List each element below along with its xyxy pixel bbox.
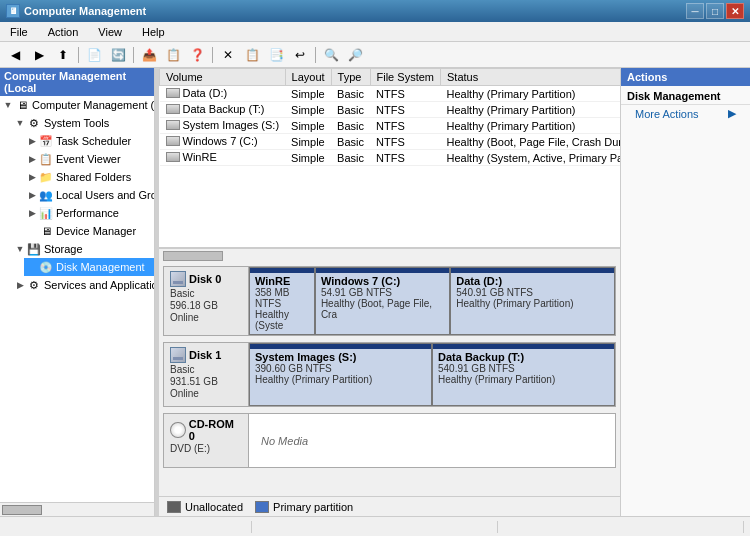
legend-bar: Unallocated Primary partition bbox=[159, 496, 620, 516]
disk-0-panel: Disk 0 Basic 596.18 GB Online WinRE 358 … bbox=[163, 266, 616, 336]
disk-mgmt-icon: 💿 bbox=[38, 259, 54, 275]
menu-bar: File Action View Help bbox=[0, 22, 750, 42]
legend-primary: Primary partition bbox=[255, 501, 353, 513]
back-button[interactable]: ◀ bbox=[4, 45, 26, 65]
disk-0-data-partition[interactable]: Data (D:) 540.91 GB NTFS Healthy (Primar… bbox=[450, 267, 615, 335]
table-row[interactable]: WinRE Simple Basic NTFS Healthy (System,… bbox=[160, 150, 621, 166]
disk-1-icon bbox=[170, 347, 186, 363]
disk-0-win7-partition[interactable]: Windows 7 (C:) 54.91 GB NTFS Healthy (Bo… bbox=[315, 267, 450, 335]
help-toolbar-button[interactable]: ❓ bbox=[186, 45, 208, 65]
sidebar-item-storage[interactable]: ▼ 💾 Storage bbox=[12, 240, 154, 258]
sidebar-item-system-tools[interactable]: ▼ ⚙ System Tools bbox=[12, 114, 154, 132]
disk-0-label: Disk 0 bbox=[189, 273, 221, 285]
col-status[interactable]: Status bbox=[440, 69, 620, 86]
tree-root[interactable]: ▼ 🖥 Computer Management (Local bbox=[0, 96, 154, 114]
shared-folders-toggle: ▶ bbox=[26, 171, 38, 183]
title-bar-controls: ─ □ ✕ bbox=[686, 3, 744, 19]
paste-button[interactable]: 📑 bbox=[265, 45, 287, 65]
col-filesystem[interactable]: File System bbox=[370, 69, 440, 86]
device-mgr-label: Device Manager bbox=[56, 225, 136, 237]
table-hscroll-thumb[interactable] bbox=[163, 251, 223, 261]
show-hide-button[interactable]: 📄 bbox=[83, 45, 105, 65]
menu-view[interactable]: View bbox=[92, 25, 128, 39]
actions-section-label: Disk Management bbox=[627, 90, 721, 102]
col-volume[interactable]: Volume bbox=[160, 69, 286, 86]
disk-0-data-size: 540.91 GB NTFS bbox=[456, 287, 609, 298]
volume-table-container: Volume Layout Type File System Status Da… bbox=[159, 68, 620, 248]
close-button[interactable]: ✕ bbox=[726, 3, 744, 19]
disk-0-icon bbox=[170, 271, 186, 287]
sidebar-item-event-viewer[interactable]: ▶ 📋 Event Viewer bbox=[24, 150, 154, 168]
disk-1-title: Disk 1 bbox=[170, 347, 242, 363]
cdrom-0-drive: DVD (E:) bbox=[170, 443, 242, 454]
more-actions-link[interactable]: More Actions ▶ bbox=[621, 105, 750, 122]
sidebar-item-local-users[interactable]: ▶ 👥 Local Users and Groups bbox=[24, 186, 154, 204]
device-mgr-toggle bbox=[26, 225, 38, 237]
disk-1-panel: Disk 1 Basic 931.51 GB Online System Ima… bbox=[163, 342, 616, 407]
cell-status: Healthy (System, Active, Primary Partiti… bbox=[440, 150, 620, 166]
forward-button[interactable]: ▶ bbox=[28, 45, 50, 65]
table-row[interactable]: Windows 7 (C:) Simple Basic NTFS Healthy… bbox=[160, 134, 621, 150]
root-label: Computer Management (Local bbox=[32, 99, 155, 111]
cdrom-0-content: No Media bbox=[249, 414, 320, 467]
cell-fs: NTFS bbox=[370, 150, 440, 166]
table-row[interactable]: Data Backup (T:) Simple Basic NTFS Healt… bbox=[160, 102, 621, 118]
properties-button[interactable]: 📋 bbox=[162, 45, 184, 65]
disk-0-win7-status: Healthy (Boot, Page File, Cra bbox=[321, 298, 444, 320]
table-hscroll[interactable] bbox=[159, 248, 620, 262]
table-row[interactable]: Data (D:) Simple Basic NTFS Healthy (Pri… bbox=[160, 86, 621, 102]
svc-apps-toggle: ▶ bbox=[14, 279, 26, 291]
menu-file[interactable]: File bbox=[4, 25, 34, 39]
cell-type: Basic bbox=[331, 102, 370, 118]
cell-status: Healthy (Boot, Page File, Crash Dump, Pr… bbox=[440, 134, 620, 150]
table-row[interactable]: System Images (S:) Simple Basic NTFS Hea… bbox=[160, 118, 621, 134]
sidebar-item-services-apps[interactable]: ▶ ⚙ Services and Applications bbox=[12, 276, 154, 294]
toolbar: ◀ ▶ ⬆ 📄 🔄 📤 📋 ❓ ✕ 📋 📑 ↩ 🔍 🔎 bbox=[0, 42, 750, 68]
cdrom-0-label: CD-ROM 0 bbox=[189, 418, 242, 442]
disk-1-size: 931.51 GB bbox=[170, 376, 242, 387]
sidebar-item-disk-management[interactable]: 💿 Disk Management bbox=[24, 258, 154, 276]
sys-tools-label: System Tools bbox=[44, 117, 109, 129]
menu-action[interactable]: Action bbox=[42, 25, 85, 39]
more-actions-label: More Actions bbox=[635, 108, 699, 120]
sidebar-item-shared-folders[interactable]: ▶ 📁 Shared Folders bbox=[24, 168, 154, 186]
search-button[interactable]: 🔍 bbox=[320, 45, 342, 65]
sidebar-item-device-manager[interactable]: 🖥 Device Manager bbox=[24, 222, 154, 240]
up-button[interactable]: ⬆ bbox=[52, 45, 74, 65]
svc-apps-label: Services and Applications bbox=[44, 279, 155, 291]
window-title: Computer Management bbox=[24, 5, 146, 17]
maximize-button[interactable]: □ bbox=[706, 3, 724, 19]
minimize-button[interactable]: ─ bbox=[686, 3, 704, 19]
col-type[interactable]: Type bbox=[331, 69, 370, 86]
disk-0-size: 596.18 GB bbox=[170, 300, 242, 311]
disk-1-partitions: System Images (S:) 390.60 GB NTFS Health… bbox=[249, 343, 615, 406]
disk-0-winre-partition[interactable]: WinRE 358 MB NTFS Healthy (Syste bbox=[249, 267, 315, 335]
refresh-button[interactable]: 🔄 bbox=[107, 45, 129, 65]
left-panel-scrollbar[interactable] bbox=[0, 502, 154, 516]
legend-unallocated-box bbox=[167, 501, 181, 513]
legend-unallocated-label: Unallocated bbox=[185, 501, 243, 513]
left-scroll-thumb[interactable] bbox=[2, 505, 42, 515]
cell-type: Basic bbox=[331, 150, 370, 166]
sidebar-item-performance[interactable]: ▶ 📊 Performance bbox=[24, 204, 154, 222]
storage-toggle: ▼ bbox=[14, 243, 26, 255]
left-panel: Computer Management (Local ▼ 🖥 Computer … bbox=[0, 68, 155, 516]
device-mgr-icon: 🖥 bbox=[38, 223, 54, 239]
menu-help[interactable]: Help bbox=[136, 25, 171, 39]
delete-button[interactable]: ✕ bbox=[217, 45, 239, 65]
disk-0-win7-name: Windows 7 (C:) bbox=[321, 275, 444, 287]
title-bar: 🖥 Computer Management ─ □ ✕ bbox=[0, 0, 750, 22]
status-part-2 bbox=[252, 521, 498, 533]
zoom-button[interactable]: 🔎 bbox=[344, 45, 366, 65]
cell-layout: Simple bbox=[285, 150, 331, 166]
sidebar-item-task-scheduler[interactable]: ▶ 📅 Task Scheduler bbox=[24, 132, 154, 150]
disk-1-sysimg-partition[interactable]: System Images (S:) 390.60 GB NTFS Health… bbox=[249, 343, 432, 406]
copy-button[interactable]: 📋 bbox=[241, 45, 263, 65]
disk-1-type: Basic bbox=[170, 364, 242, 375]
col-layout[interactable]: Layout bbox=[285, 69, 331, 86]
disk-1-backup-partition[interactable]: Data Backup (T:) 540.91 GB NTFS Healthy … bbox=[432, 343, 615, 406]
disk-0-winre-name: WinRE bbox=[255, 275, 309, 287]
disk-0-info: Disk 0 Basic 596.18 GB Online bbox=[164, 267, 249, 335]
export-button[interactable]: 📤 bbox=[138, 45, 160, 65]
undo-button[interactable]: ↩ bbox=[289, 45, 311, 65]
